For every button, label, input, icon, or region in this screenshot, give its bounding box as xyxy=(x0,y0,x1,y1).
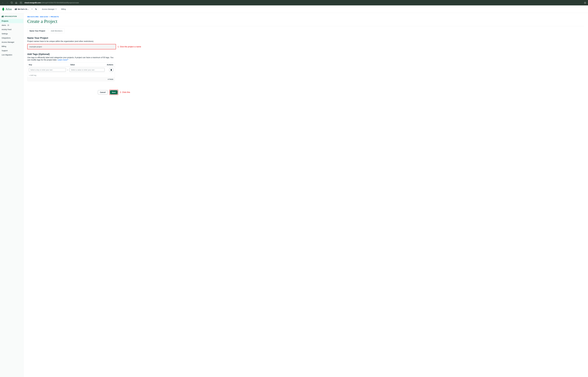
tags-section-desc: Use tags to efficiently label and catego… xyxy=(27,57,117,61)
org-picker: Wei Kai's Or… xyxy=(13,7,38,11)
learn-more-link[interactable]: Learn more⬈ xyxy=(58,59,68,61)
sidebar-item-access-manager[interactable]: Access Manager xyxy=(0,40,23,44)
sidebar-item-label: Live Migration xyxy=(2,54,12,56)
home-button[interactable] xyxy=(14,1,18,5)
tag-value-input[interactable] xyxy=(69,68,105,72)
sidebar-header-label: ORGANIZATION xyxy=(4,15,17,17)
learn-more-label: Learn more xyxy=(58,59,67,61)
sidebar-item-live-migration[interactable]: Live Migration xyxy=(0,53,23,57)
breadcrumb-sep: > xyxy=(48,16,50,18)
url-bar[interactable]: cloud.mongodb.com/v2#/org/67025647f37d54… xyxy=(23,1,582,5)
next-label: Next xyxy=(112,91,116,93)
tag-key-input[interactable] xyxy=(29,68,66,72)
tags-table: Key Value Actions : + Add tag 0 TAGS xyxy=(27,63,115,81)
sidebar-item-alerts[interactable]: Alerts 0 xyxy=(0,23,23,27)
delete-tag-button[interactable] xyxy=(109,68,113,72)
next-button-highlight: Next xyxy=(109,90,118,95)
alerts-badge: 0 xyxy=(7,24,10,26)
th-key: Key xyxy=(29,64,70,66)
trash-icon xyxy=(111,69,112,71)
tags-section-heading: Add Tags (Optional) xyxy=(27,53,584,56)
sidebar-item-label: Activity Feed xyxy=(2,29,12,30)
sidebar-item-projects[interactable]: Projects xyxy=(0,19,23,23)
top-nav: Atlas Wei Kai's Or… Access Manager Billi… xyxy=(0,5,588,13)
annotation-2: 2. Click this xyxy=(120,91,130,94)
tag-colon: : xyxy=(67,69,68,71)
th-actions: Actions xyxy=(105,64,113,66)
sidebar-item-support[interactable]: Support xyxy=(0,48,23,53)
org-icon xyxy=(15,8,17,10)
add-tag-button[interactable]: + Add tag xyxy=(27,73,115,77)
tags-footer: 0 TAGS xyxy=(27,77,115,81)
sidebar-item-settings[interactable]: Settings xyxy=(0,32,23,36)
browser-chrome: cloud.mongodb.com/v2#/org/67025647f37d54… xyxy=(0,0,588,5)
svg-rect-22 xyxy=(111,69,112,69)
url-host: cloud.mongodb.com xyxy=(25,2,41,4)
tags-header-row: Key Value Actions xyxy=(27,63,115,67)
back-button[interactable] xyxy=(1,1,5,5)
sidebar-item-activity-feed[interactable]: Activity Feed xyxy=(0,27,23,32)
org-icon xyxy=(2,16,3,17)
next-button[interactable]: Next xyxy=(110,90,118,94)
forward-button[interactable] xyxy=(5,1,9,5)
product-name: Atlas xyxy=(5,7,12,11)
sidebar-item-billing[interactable]: Billing xyxy=(0,44,23,48)
site-info-icon[interactable] xyxy=(19,1,23,4)
tag-row: : xyxy=(27,67,115,73)
sidebar-item-label: Access Manager xyxy=(2,41,14,43)
svg-rect-13 xyxy=(2,16,2,17)
step-label: Name Your Project xyxy=(29,30,45,32)
sidebar-item-label: Alerts xyxy=(2,24,6,26)
name-section-desc: Project names have to be unique within t… xyxy=(27,40,584,42)
svg-rect-14 xyxy=(3,16,3,17)
reload-button[interactable] xyxy=(10,1,14,5)
bookmark-star-icon[interactable] xyxy=(583,2,587,4)
external-link-icon: ⬈ xyxy=(67,59,68,60)
sidebar-item-label: Billing xyxy=(2,46,6,47)
step-name-project[interactable]: Name Your Project xyxy=(27,29,47,33)
name-section-heading: Name Your Project xyxy=(27,37,584,39)
svg-rect-9 xyxy=(16,9,16,9)
sidebar-item-label: Support xyxy=(2,50,8,52)
chevron-down-icon xyxy=(55,9,57,10)
sidebar: ORGANIZATION Projects Alerts 0 Activity … xyxy=(0,13,24,377)
step-label: Add Members xyxy=(51,30,63,32)
tags-desc-text: Use tags to efficiently label and catego… xyxy=(27,57,113,61)
th-value: Value xyxy=(70,64,105,66)
breadcrumb-org[interactable]: WEI KAI'S ORG - 2024-10-06 xyxy=(27,16,48,18)
svg-rect-3 xyxy=(15,9,15,10)
sidebar-item-integrations[interactable]: Integrations xyxy=(0,36,23,40)
nav-access-manager[interactable]: Access Manager xyxy=(41,8,58,10)
svg-rect-21 xyxy=(111,69,112,70)
leaf-icon xyxy=(2,8,4,11)
project-name-highlight xyxy=(27,44,116,49)
add-tag-label: + Add tag xyxy=(29,74,36,76)
svg-rect-10 xyxy=(16,9,16,9)
step-add-members[interactable]: Add Members xyxy=(49,29,64,33)
nav-billing[interactable]: Billing xyxy=(60,8,67,10)
org-picker-caret[interactable] xyxy=(30,7,34,11)
svg-marker-2 xyxy=(584,2,586,4)
nav-access-manager-label: Access Manager xyxy=(42,8,55,10)
org-settings-gear[interactable] xyxy=(34,7,38,11)
svg-point-0 xyxy=(21,2,21,3)
page-title: Create a Project xyxy=(27,19,584,24)
cancel-label: Cancel xyxy=(100,91,106,93)
org-picker-button[interactable]: Wei Kai's Or… xyxy=(14,7,30,11)
main-content: WEI KAI'S ORG - 2024-10-06 > PROJECTS Cr… xyxy=(24,13,588,377)
sidebar-item-label: Settings xyxy=(2,33,8,35)
breadcrumb-projects[interactable]: PROJECTS xyxy=(50,16,59,18)
sidebar-item-label: Integrations xyxy=(2,37,11,39)
cancel-button[interactable]: Cancel xyxy=(98,90,108,94)
sidebar-header: ORGANIZATION xyxy=(0,15,23,19)
url-path: /v2#/org/67025647f37d5439bf63a0df/projec… xyxy=(41,2,79,4)
annotation-1: 1. Give the project a name xyxy=(118,46,141,48)
sidebar-item-label: Projects xyxy=(2,20,8,22)
project-name-input[interactable] xyxy=(28,45,115,49)
breadcrumb: WEI KAI'S ORG - 2024-10-06 > PROJECTS xyxy=(27,16,584,18)
svg-rect-4 xyxy=(16,8,17,10)
stepper: Name Your Project Add Members xyxy=(27,28,65,33)
nav-billing-label: Billing xyxy=(61,8,66,10)
atlas-logo[interactable]: Atlas xyxy=(2,7,12,11)
footer-actions: Cancel Next 2. Click this xyxy=(98,90,584,95)
